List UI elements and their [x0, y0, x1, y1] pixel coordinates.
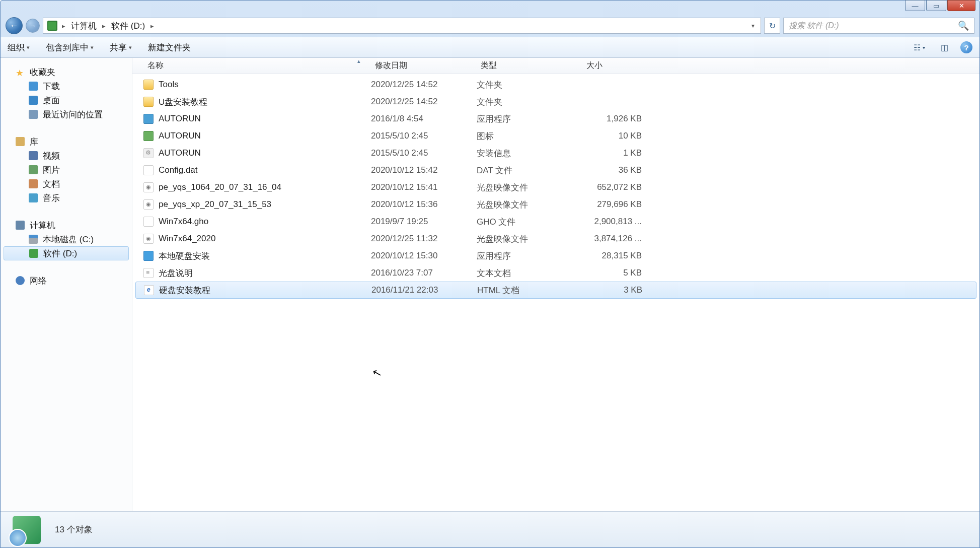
file-row[interactable]: AUTORUN2015/5/10 2:45安装信息1 KB — [132, 145, 979, 162]
file-date: 2016/10/23 7:07 — [371, 268, 477, 278]
sidebar-network-head[interactable]: 网络 — [1, 273, 132, 288]
file-type: 应用程序 — [477, 113, 582, 125]
file-name-cell: 本地硬盘安装 — [143, 250, 371, 262]
file-row[interactable]: Config.dat2020/10/12 15:42DAT 文件36 KB — [132, 162, 979, 179]
close-button[interactable]: ✕ — [947, 0, 975, 11]
side-group-libraries: 库 视频 图片 文档 音乐 — [1, 134, 132, 205]
chevron-right-icon[interactable]: ▸ — [101, 22, 107, 30]
include-label: 包含到库中 — [46, 42, 89, 53]
file-icon — [144, 285, 154, 295]
file-date: 2020/12/25 14:52 — [371, 97, 477, 107]
nav-back-button[interactable]: ← — [6, 17, 23, 34]
view-mode-button[interactable]: ☷ ▾ — [910, 40, 928, 54]
sidebar-item-documents[interactable]: 文档 — [1, 177, 132, 191]
file-name: AUTORUN — [159, 131, 201, 141]
file-type: 应用程序 — [477, 250, 582, 262]
window-buttons: — ▭ ✕ — [905, 0, 975, 11]
include-in-library-menu[interactable]: 包含到库中 ▾ — [46, 42, 94, 53]
file-row[interactable]: Win7x64_20202020/12/25 11:32光盘映像文件3,874,… — [132, 230, 979, 247]
file-name: Win7x64.gho — [159, 217, 208, 227]
sidebar-item-music[interactable]: 音乐 — [1, 191, 132, 205]
share-label: 共享 — [110, 42, 127, 53]
address-bar[interactable]: ▸ 计算机 ▸ 软件 (D:) ▸ ▾ — [43, 18, 761, 34]
file-row[interactable]: 硬盘安装教程2016/11/21 22:03HTML 文档3 KB — [135, 282, 976, 299]
caret-down-icon: ▾ — [91, 44, 94, 51]
file-list[interactable]: Tools2020/12/25 14:52文件夹U盘安装教程2020/12/25… — [132, 74, 979, 511]
file-icon — [143, 97, 154, 107]
network-icon — [16, 276, 25, 285]
file-icon — [143, 80, 154, 90]
column-name[interactable]: 名称 ▴ — [143, 58, 371, 73]
file-date: 2016/1/8 4:54 — [371, 114, 477, 124]
explorer-window: — ▭ ✕ ← → ▸ 计算机 ▸ 软件 (D:) ▸ ▾ ↻ 搜索 软件 (D… — [0, 0, 980, 548]
file-icon — [143, 268, 154, 278]
status-text: 13 个对象 — [55, 524, 93, 535]
organize-menu[interactable]: 组织 ▾ — [8, 42, 30, 53]
maximize-button[interactable]: ▭ — [926, 0, 946, 11]
column-type[interactable]: 类型 — [477, 58, 582, 73]
file-row[interactable]: Win7x64.gho2019/9/7 19:25GHO 文件2,900,813… — [132, 213, 979, 230]
chevron-right-icon[interactable]: ▸ — [60, 22, 67, 30]
column-date[interactable]: 修改日期 — [371, 58, 477, 73]
share-menu[interactable]: 共享 ▾ — [110, 42, 132, 53]
search-box[interactable]: 搜索 软件 (D:) 🔍 — [783, 18, 974, 34]
sidebar-item-local-c[interactable]: 本地磁盘 (C:) — [1, 232, 132, 246]
local-c-label: 本地磁盘 (C:) — [43, 234, 94, 245]
nav-forward-button[interactable]: → — [26, 19, 40, 33]
file-row[interactable]: Tools2020/12/25 14:52文件夹 — [132, 76, 979, 93]
sidebar-favorites-head[interactable]: ★ 收藏夹 — [1, 65, 132, 79]
address-dropdown-icon[interactable]: ▾ — [747, 20, 759, 31]
file-type: HTML 文档 — [477, 285, 583, 296]
file-row[interactable]: AUTORUN2016/1/8 4:54应用程序1,926 KB — [132, 110, 979, 127]
sidebar-item-videos[interactable]: 视频 — [1, 149, 132, 163]
sidebar-item-recent[interactable]: 最近访问的位置 — [1, 107, 132, 121]
breadcrumb-drive[interactable]: 软件 (D:) — [108, 19, 148, 33]
computer-label: 计算机 — [30, 220, 55, 231]
file-icon — [143, 182, 154, 192]
file-size: 1,926 KB — [582, 114, 648, 124]
file-row[interactable]: 光盘说明2016/10/23 7:07文本文档5 KB — [132, 264, 979, 282]
file-date: 2020/10/12 15:41 — [371, 182, 477, 192]
file-type: 文件夹 — [477, 79, 582, 91]
sidebar-item-software-d[interactable]: 软件 (D:) — [4, 246, 129, 260]
file-icon — [143, 199, 154, 210]
sidebar-item-desktop[interactable]: 桌面 — [1, 93, 132, 107]
organize-label: 组织 — [8, 42, 25, 53]
file-row[interactable]: 本地硬盘安装2020/10/12 15:30应用程序28,315 KB — [132, 247, 979, 264]
new-folder-button[interactable]: 新建文件夹 — [148, 42, 191, 53]
file-date: 2020/10/12 15:30 — [371, 251, 477, 261]
column-size[interactable]: 大小 — [582, 58, 648, 73]
breadcrumb-computer[interactable]: 计算机 — [68, 19, 100, 33]
pictures-label: 图片 — [43, 164, 60, 176]
software-d-label: 软件 (D:) — [43, 248, 77, 259]
file-date: 2016/11/21 22:03 — [371, 285, 477, 295]
sidebar-libraries-head[interactable]: 库 — [1, 134, 132, 149]
file-name-cell: pe_yqs_xp_20_07_31_15_53 — [143, 199, 371, 210]
column-name-label: 名称 — [147, 61, 164, 70]
sidebar-item-downloads[interactable]: 下载 — [1, 79, 132, 93]
file-row[interactable]: U盘安装教程2020/12/25 14:52文件夹 — [132, 93, 979, 110]
computer-icon — [16, 221, 25, 230]
file-type: 安装信息 — [477, 148, 582, 159]
chevron-right-icon[interactable]: ▸ — [149, 22, 156, 30]
file-type: GHO 文件 — [477, 216, 582, 228]
file-name-cell: 光盘说明 — [143, 267, 371, 279]
minimize-button[interactable]: — — [905, 0, 925, 11]
file-row[interactable]: AUTORUN2015/5/10 2:45图标10 KB — [132, 127, 979, 145]
file-icon — [143, 131, 154, 141]
file-row[interactable]: pe_yqs_xp_20_07_31_15_532020/10/12 15:36… — [132, 196, 979, 213]
file-row[interactable]: pe_yqs_1064_20_07_31_16_042020/10/12 15:… — [132, 179, 979, 196]
file-size: 652,072 KB — [582, 182, 648, 192]
file-name: AUTORUN — [159, 114, 201, 124]
preview-pane-button[interactable]: ◫ — [935, 40, 953, 54]
file-size: 2,900,813 ... — [582, 217, 648, 227]
search-icon[interactable]: 🔍 — [958, 20, 969, 31]
music-icon — [29, 193, 38, 202]
sort-ascending-icon: ▴ — [357, 58, 360, 64]
sidebar-computer-head[interactable]: 计算机 — [1, 218, 132, 232]
refresh-button[interactable]: ↻ — [764, 18, 780, 34]
titlebar: — ▭ ✕ — [1, 1, 979, 15]
help-button[interactable]: ? — [960, 41, 972, 53]
sidebar-item-pictures[interactable]: 图片 — [1, 163, 132, 177]
file-name-cell: U盘安装教程 — [143, 96, 371, 108]
